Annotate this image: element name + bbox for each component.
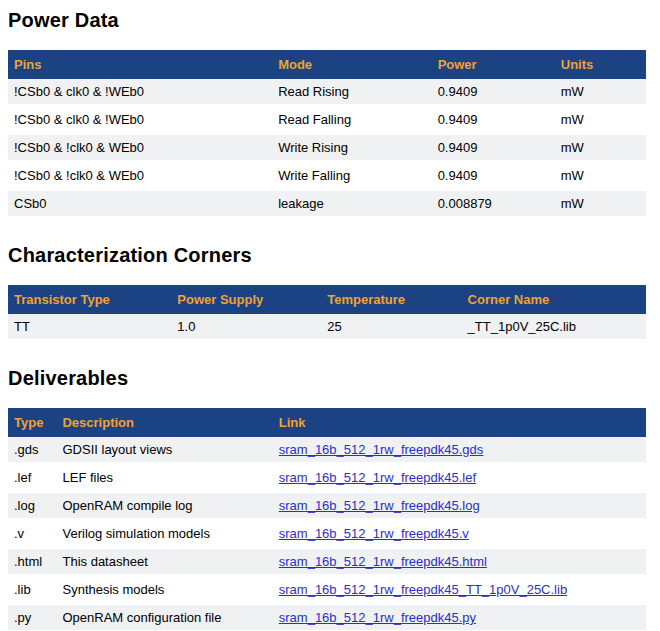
column-header: Power xyxy=(432,50,555,79)
deliverable-file-link[interactable]: sram_16b_512_1rw_freepdk45.log xyxy=(279,498,480,513)
deliverable-file-link[interactable]: sram_16b_512_1rw_freepdk45.lef xyxy=(279,470,476,485)
table-cell: 0.9409 xyxy=(432,134,555,162)
table-row: TT1.025_TT_1p0V_25C.lib xyxy=(8,314,646,341)
power-data-section: Power Data PinsModePowerUnits!CSb0 & clk… xyxy=(8,8,652,219)
table-cell: 0.008879 xyxy=(432,190,555,218)
table-cell: mW xyxy=(555,190,646,218)
deliverable-file-link[interactable]: sram_16b_512_1rw_freepdk45.html xyxy=(279,554,487,569)
link-cell: sram_16b_512_1rw_freepdk45.gds xyxy=(273,437,646,464)
deliverable-file-link[interactable]: sram_16b_512_1rw_freepdk45.py xyxy=(279,610,476,625)
deliverables-heading: Deliverables xyxy=(8,366,652,390)
column-header: Pins xyxy=(8,50,272,79)
table-cell: .v xyxy=(8,520,56,548)
column-header: Transistor Type xyxy=(8,285,171,314)
table-cell: Write Rising xyxy=(272,134,432,162)
power-data-heading: Power Data xyxy=(8,8,652,32)
column-header: Temperature xyxy=(321,285,461,314)
table-cell: mW xyxy=(555,106,646,134)
column-header: Type xyxy=(8,408,56,437)
table-cell: !CSb0 & clk0 & !WEb0 xyxy=(8,106,272,134)
column-header: Units xyxy=(555,50,646,79)
table-cell: .lef xyxy=(8,464,56,492)
table-cell: LEF files xyxy=(56,464,272,492)
table-cell: .py xyxy=(8,604,56,631)
column-header: Description xyxy=(56,408,272,437)
table-cell: 25 xyxy=(321,314,461,341)
table-row: !CSb0 & !clk0 & WEb0Write Rising0.9409mW xyxy=(8,134,646,162)
characterization-corners-table: Transistor TypePower SupplyTemperatureCo… xyxy=(8,285,646,342)
table-row: !CSb0 & clk0 & !WEb0Read Rising0.9409mW xyxy=(8,79,646,106)
table-header-row: PinsModePowerUnits xyxy=(8,50,646,79)
table-row: CSb0leakage0.008879mW xyxy=(8,190,646,218)
table-cell: Verilog simulation models xyxy=(56,520,272,548)
link-cell: sram_16b_512_1rw_freepdk45.html xyxy=(273,548,646,576)
deliverable-file-link[interactable]: sram_16b_512_1rw_freepdk45.gds xyxy=(279,442,484,457)
column-header: Power Supply xyxy=(171,285,321,314)
link-cell: sram_16b_512_1rw_freepdk45.v xyxy=(273,520,646,548)
table-cell: Synthesis models xyxy=(56,576,272,604)
table-cell: CSb0 xyxy=(8,190,272,218)
table-cell: GDSII layout views xyxy=(56,437,272,464)
link-cell: sram_16b_512_1rw_freepdk45.lef xyxy=(273,464,646,492)
table-cell: Read Rising xyxy=(272,79,432,106)
table-row: .vVerilog simulation modelssram_16b_512_… xyxy=(8,520,646,548)
table-cell: 0.9409 xyxy=(432,79,555,106)
characterization-corners-heading: Characterization Corners xyxy=(8,243,652,267)
table-cell: OpenRAM configuration file xyxy=(56,604,272,631)
table-row: .gdsGDSII layout viewssram_16b_512_1rw_f… xyxy=(8,437,646,464)
deliverable-file-link[interactable]: sram_16b_512_1rw_freepdk45_TT_1p0V_25C.l… xyxy=(279,582,567,597)
table-cell: .gds xyxy=(8,437,56,464)
table-cell: Read Falling xyxy=(272,106,432,134)
table-cell: TT xyxy=(8,314,171,341)
deliverables-section: Deliverables TypeDescriptionLink.gdsGDSI… xyxy=(8,366,652,631)
table-row: !CSb0 & clk0 & !WEb0Read Falling0.9409mW xyxy=(8,106,646,134)
link-cell: sram_16b_512_1rw_freepdk45.log xyxy=(273,492,646,520)
table-row: .htmlThis datasheetsram_16b_512_1rw_free… xyxy=(8,548,646,576)
table-cell: !CSb0 & !clk0 & WEb0 xyxy=(8,162,272,190)
table-header-row: TypeDescriptionLink xyxy=(8,408,646,437)
power-data-table: PinsModePowerUnits!CSb0 & clk0 & !WEb0Re… xyxy=(8,50,646,219)
table-row: .logOpenRAM compile logsram_16b_512_1rw_… xyxy=(8,492,646,520)
column-header: Corner Name xyxy=(462,285,646,314)
table-cell: mW xyxy=(555,162,646,190)
table-cell: _TT_1p0V_25C.lib xyxy=(462,314,646,341)
table-cell: 1.0 xyxy=(171,314,321,341)
link-cell: sram_16b_512_1rw_freepdk45_TT_1p0V_25C.l… xyxy=(273,576,646,604)
table-cell: mW xyxy=(555,79,646,106)
table-cell: This datasheet xyxy=(56,548,272,576)
table-cell: Write Falling xyxy=(272,162,432,190)
table-row: .lefLEF filessram_16b_512_1rw_freepdk45.… xyxy=(8,464,646,492)
table-cell: !CSb0 & clk0 & !WEb0 xyxy=(8,79,272,106)
table-cell: OpenRAM compile log xyxy=(56,492,272,520)
table-cell: mW xyxy=(555,134,646,162)
deliverable-file-link[interactable]: sram_16b_512_1rw_freepdk45.v xyxy=(279,526,469,541)
table-cell: .log xyxy=(8,492,56,520)
column-header: Link xyxy=(273,408,646,437)
table-cell: leakage xyxy=(272,190,432,218)
table-row: .pyOpenRAM configuration filesram_16b_51… xyxy=(8,604,646,631)
table-cell: 0.9409 xyxy=(432,162,555,190)
link-cell: sram_16b_512_1rw_freepdk45.py xyxy=(273,604,646,631)
column-header: Mode xyxy=(272,50,432,79)
table-cell: 0.9409 xyxy=(432,106,555,134)
deliverables-table: TypeDescriptionLink.gdsGDSII layout view… xyxy=(8,408,646,631)
table-cell: .lib xyxy=(8,576,56,604)
characterization-corners-section: Characterization Corners Transistor Type… xyxy=(8,243,652,342)
table-row: .libSynthesis modelssram_16b_512_1rw_fre… xyxy=(8,576,646,604)
table-header-row: Transistor TypePower SupplyTemperatureCo… xyxy=(8,285,646,314)
table-cell: .html xyxy=(8,548,56,576)
table-cell: !CSb0 & !clk0 & WEb0 xyxy=(8,134,272,162)
table-row: !CSb0 & !clk0 & WEb0Write Falling0.9409m… xyxy=(8,162,646,190)
